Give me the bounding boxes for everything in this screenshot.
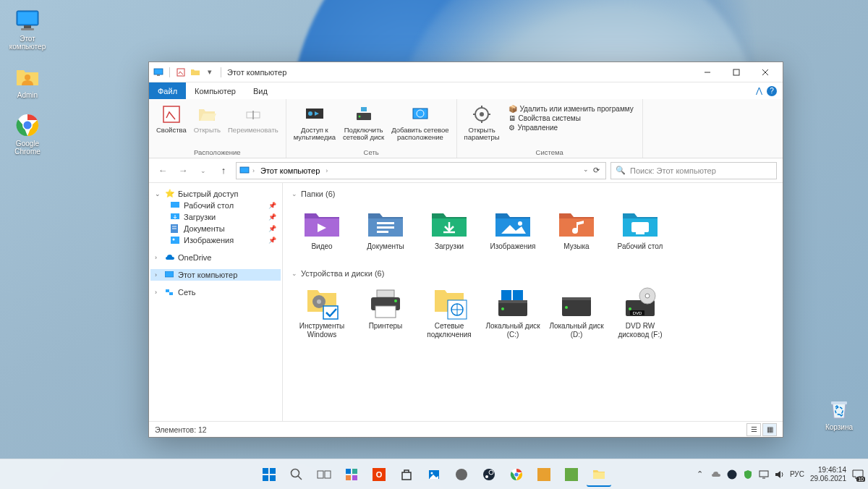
tray-network-icon[interactable]: [758, 469, 770, 480]
folder-documents[interactable]: Документы: [355, 205, 416, 254]
up-button[interactable]: ↑: [216, 163, 231, 179]
taskbar-app-photos[interactable]: [422, 462, 446, 487]
tab-computer[interactable]: Компьютер: [186, 82, 244, 99]
sysprops-icon: 🖥: [509, 114, 516, 122]
ribbon-rename-button[interactable]: Переименовать: [225, 102, 281, 147]
tree-network[interactable]: ›Сеть: [150, 286, 281, 298]
ribbon-properties-button[interactable]: Свойства: [153, 102, 190, 147]
search-button[interactable]: [284, 462, 309, 487]
chrome-icon: [14, 112, 41, 138]
maximize-button[interactable]: [722, 62, 751, 82]
properties-qat-icon[interactable]: [174, 66, 187, 79]
desktop-icon-recycle-bin[interactable]: Корзина: [817, 396, 861, 431]
tab-file[interactable]: Файл: [149, 82, 186, 99]
desktop-icon-admin[interactable]: Admin: [6, 64, 49, 99]
tray-onedrive-icon[interactable]: [710, 469, 722, 480]
dropdown-icon[interactable]: ⌄: [583, 166, 589, 175]
svg-rect-63: [513, 290, 523, 300]
svg-rect-46: [377, 231, 388, 233]
taskbar-app-steam[interactable]: [477, 462, 501, 487]
tab-view[interactable]: Вид: [244, 82, 276, 99]
svg-point-61: [501, 307, 504, 310]
widgets-button[interactable]: [339, 462, 364, 487]
tray-lang[interactable]: РУС: [790, 470, 804, 478]
address-box[interactable]: › Этот компьютер › ⌄ ⟳: [236, 162, 606, 179]
tree-desktop[interactable]: Рабочий стол📌: [150, 200, 281, 211]
back-button[interactable]: ←: [155, 163, 171, 179]
drive-localc[interactable]: Локальный диск(C:): [482, 284, 543, 342]
net-location-icon: [409, 103, 431, 125]
view-details-button[interactable]: ☰: [746, 423, 761, 436]
folder-music[interactable]: Музыка: [546, 205, 607, 254]
folder-pictures[interactable]: Изображения: [482, 205, 543, 254]
drive-locald[interactable]: Локальный диск(D:): [546, 284, 607, 342]
ribbon-add-net-loc-button[interactable]: Добавить сетевоерасположение: [388, 102, 451, 147]
documents-folder-icon: [367, 208, 404, 239]
ribbon-open-settings-button[interactable]: Открытьпараметры: [461, 102, 503, 147]
ribbon-link-uninstall[interactable]: 📦Удалить или изменить программу: [509, 105, 634, 113]
ribbon-map-drive-button[interactable]: Подключитьсетевой диск: [340, 102, 387, 147]
svg-rect-11: [157, 75, 160, 76]
chevron-right-icon[interactable]: ›: [326, 167, 328, 174]
tray-steam-icon[interactable]: [726, 469, 738, 480]
desktop-icon-this-pc[interactable]: Этоткомпьютер: [6, 7, 49, 51]
titlebar[interactable]: ▾ Этот компьютер: [149, 62, 783, 82]
taskbar-app-explorer[interactable]: [587, 462, 611, 487]
notifications-button[interactable]: 10: [852, 469, 864, 480]
taskview-button[interactable]: [312, 462, 336, 487]
taskbar-app-chrome[interactable]: [504, 462, 529, 487]
breadcrumb-item[interactable]: Этот компьютер: [258, 166, 323, 175]
svg-rect-84: [352, 469, 357, 474]
tree-pictures[interactable]: Изображения📌: [150, 234, 281, 246]
recycle-bin-icon: [826, 396, 852, 422]
dropdown-qat-icon[interactable]: ▾: [203, 66, 216, 79]
section-folders-header[interactable]: ⌄Папки (6): [292, 187, 774, 200]
taskbar-app-generic3[interactable]: [559, 462, 584, 487]
ribbon-group-label: Сеть: [291, 147, 452, 156]
ribbon-open-button[interactable]: Открыть: [191, 102, 224, 147]
folder-videos[interactable]: Видео: [292, 205, 352, 254]
minimize-button[interactable]: [693, 62, 722, 82]
taskbar-app-store[interactable]: [394, 462, 419, 487]
tree-documents[interactable]: Документы📌: [150, 223, 281, 234]
chevron-right-icon[interactable]: ›: [155, 289, 162, 296]
recent-dropdown[interactable]: ⌄: [195, 163, 211, 179]
refresh-icon[interactable]: ⟳: [593, 166, 600, 175]
chevron-right-icon[interactable]: ›: [252, 167, 255, 174]
ribbon-link-sysprops[interactable]: 🖥Свойства системы: [509, 114, 634, 122]
drive-printers[interactable]: Принтеры: [355, 284, 416, 342]
drive-wintools[interactable]: ИнструментыWindows: [292, 284, 352, 342]
taskbar-clock[interactable]: 19:46:14 29.06.2021: [810, 466, 846, 483]
tray-security-icon[interactable]: [742, 469, 754, 480]
taskbar-app-generic1[interactable]: [449, 462, 474, 487]
tray-volume-icon[interactable]: [774, 469, 786, 480]
svg-rect-86: [352, 475, 357, 480]
tree-quick-access[interactable]: ⌄⭐Быстрый доступ: [150, 187, 281, 200]
folder-desktop[interactable]: Рабочий стол: [610, 205, 671, 254]
chevron-right-icon[interactable]: ›: [155, 254, 162, 261]
start-button[interactable]: [257, 462, 281, 487]
desktop-icon-chrome[interactable]: GoogleChrome: [6, 112, 49, 156]
section-drives-header[interactable]: ⌄Устройства и диски (6): [292, 267, 774, 280]
tree-this-pc[interactable]: ›Этот компьютер: [150, 269, 281, 281]
taskbar-app-office[interactable]: O: [367, 462, 391, 487]
chevron-right-icon[interactable]: ›: [155, 271, 162, 278]
tray-overflow-icon[interactable]: ⌃: [694, 469, 706, 480]
folder-downloads[interactable]: Загрузки: [419, 205, 480, 254]
search-input[interactable]: 🔍 Поиск: Этот компьютер: [610, 162, 777, 179]
taskbar-app-generic2[interactable]: [532, 462, 556, 487]
folder-qat-icon[interactable]: [189, 66, 202, 79]
chevron-down-icon[interactable]: ⌄: [155, 190, 162, 197]
tree-downloads[interactable]: Загрузки📌: [150, 211, 281, 223]
ribbon-link-manage[interactable]: ⚙Управление: [509, 124, 634, 132]
collapse-ribbon-icon[interactable]: ⋀: [756, 86, 762, 95]
drive-dvd[interactable]: DVD DVD RWдисковод (F:): [610, 284, 671, 342]
view-icons-button[interactable]: ▦: [762, 423, 777, 436]
help-icon[interactable]: ?: [767, 86, 777, 96]
close-button[interactable]: [751, 62, 780, 82]
tree-onedrive[interactable]: ›OneDrive: [150, 252, 281, 263]
forward-button[interactable]: →: [175, 163, 191, 179]
drive-netconn[interactable]: Сетевыеподключения: [419, 284, 480, 342]
desktop-icon: [171, 202, 181, 209]
ribbon-media-access-button[interactable]: Доступ кмультимедиа: [291, 102, 339, 147]
